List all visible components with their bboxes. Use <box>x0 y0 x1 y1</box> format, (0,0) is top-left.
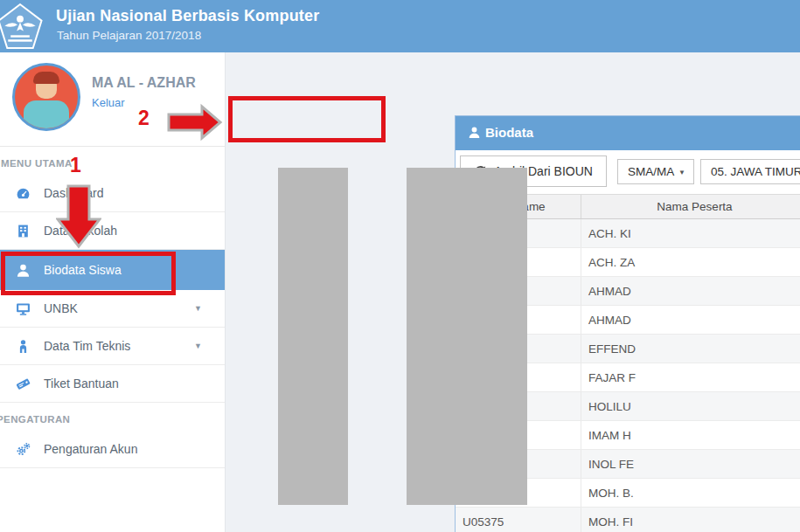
panel-header: Biodata <box>456 116 800 150</box>
chevron-down-icon: ▼ <box>194 342 202 350</box>
redaction-box-nama <box>407 168 527 505</box>
cell-nama-peserta: MOH. B. <box>581 479 800 507</box>
annotation-step-2-label: 2 <box>138 107 150 130</box>
cell-username: U05375 <box>456 508 581 532</box>
section-label: MENU UTAMA <box>0 147 225 175</box>
sidebar-item-data-tim-teknis[interactable]: Data Tim Teknis▼ <box>0 328 225 365</box>
sidebar-item-pengaturan-akun[interactable]: Pengaturan Akun <box>0 431 225 468</box>
cell-nama-peserta: INOL FE <box>581 450 800 478</box>
ticket-icon <box>16 377 33 390</box>
annotation-arrow-right-icon <box>167 103 223 142</box>
panel-title: Biodata <box>485 125 533 140</box>
sidebar-item-label: UNBK <box>44 301 78 315</box>
cell-nama-peserta: IMAM H <box>581 421 800 449</box>
cell-nama-peserta: MOH. FI <box>581 508 800 532</box>
sidebar-item-tiket-bantuan[interactable]: Tiket Bantuan <box>0 365 225 403</box>
sidebar-item-label: Data Tim Teknis <box>44 339 130 353</box>
dashboard-icon <box>16 186 33 200</box>
provinsi-dropdown[interactable]: 05. JAWA TIMUR ▼ <box>700 159 800 184</box>
cell-nama-peserta: AHMAD <box>581 277 800 305</box>
annotation-step-1-label: 1 <box>70 154 81 177</box>
sidebar-item-unbk[interactable]: UNBK▼ <box>0 290 225 328</box>
app-title: Ujian Nasional Berbasis Komputer <box>56 7 319 25</box>
tut-wuri-handayani-logo-icon <box>0 3 45 51</box>
person-icon <box>16 339 33 353</box>
annotation-arrow-down-icon <box>56 184 101 249</box>
app-subtitle: Tahun Pelajaran 2017/2018 <box>57 29 201 42</box>
annotation-box-biodata-siswa <box>1 252 176 295</box>
provinsi-dropdown-value: 05. JAWA TIMUR <box>711 165 800 178</box>
redaction-box-username <box>278 168 348 505</box>
table-row[interactable]: U05375MOH. FIIPS <box>456 508 800 532</box>
cell-nama-peserta: EFFEND <box>581 335 800 363</box>
logout-link[interactable]: Keluar <box>92 96 125 109</box>
jenjang-dropdown-value: SMA/MA <box>628 165 674 178</box>
cell-nama-peserta: AHMAD <box>581 306 800 334</box>
top-header-bar: Ujian Nasional Berbasis Komputer Tahun P… <box>0 0 800 52</box>
avatar-hair <box>33 72 59 84</box>
user-icon <box>468 126 481 139</box>
avatar <box>12 63 80 131</box>
cell-nama-peserta: ACH. KI <box>581 219 800 247</box>
cell-nama-peserta: ACH. ZA <box>581 248 800 276</box>
column-header-nama-peserta[interactable]: Nama Peserta <box>581 195 800 218</box>
jenjang-dropdown[interactable]: SMA/MA ▼ <box>617 159 694 184</box>
cell-nama-peserta: HOLILU <box>581 392 800 420</box>
sidebar-item-label: Tiket Bantuan <box>44 377 119 390</box>
annotation-box-ambil-button <box>228 96 386 142</box>
section-label: PENGATURAN <box>0 403 225 431</box>
chevron-down-icon: ▼ <box>194 304 202 313</box>
application-window: Ujian Nasional Berbasis Komputer Tahun P… <box>0 0 800 532</box>
avatar-shirt <box>24 100 69 130</box>
sidebar-item-data-sekolah[interactable]: Data Sekolah <box>0 212 225 250</box>
building-icon <box>16 224 33 238</box>
chevron-down-icon: ▼ <box>678 169 685 176</box>
cell-nama-peserta: FAJAR F <box>581 363 800 391</box>
sidebar-item-dashboard[interactable]: Dashboard <box>0 175 225 212</box>
monitor-icon <box>16 301 33 315</box>
sidebar-item-label: Pengaturan Akun <box>44 442 137 456</box>
school-name: MA AL - AZHAR <box>92 75 196 91</box>
gears-icon <box>16 442 33 456</box>
